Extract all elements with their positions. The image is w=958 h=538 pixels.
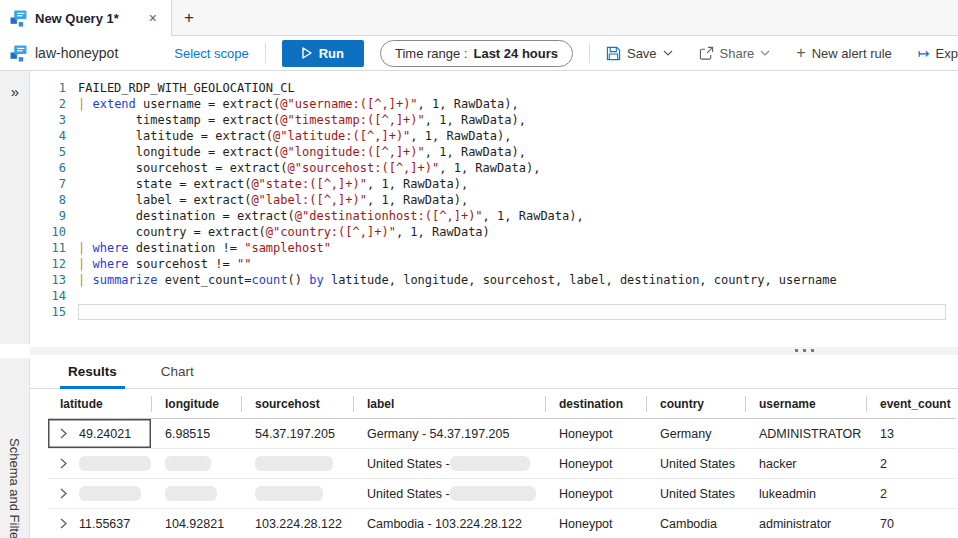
line-number: 14: [30, 288, 78, 304]
code-line[interactable]: 11| where destination != "samplehost": [30, 240, 958, 256]
code-line[interactable]: 3 timestamp = extract(@"timestamp:([^,]+…: [30, 112, 958, 128]
code-line[interactable]: 2| extend username = extract(@"username:…: [30, 96, 958, 112]
run-button[interactable]: Run: [282, 40, 364, 67]
redacted-value: [79, 456, 151, 471]
column-header-country[interactable]: country: [646, 389, 745, 418]
kql-query-editor[interactable]: 1FAILED_RDP_WITH_GEOLOCATION_CL2| extend…: [30, 71, 958, 344]
code-line[interactable]: 4 latitude = extract(@"latitude:([^,]+)"…: [30, 128, 958, 144]
expand-pane-button[interactable]: »: [0, 83, 30, 100]
column-header-event_count[interactable]: event_count: [866, 389, 956, 418]
table-row[interactable]: 11.55637104.92821103.224.28.122Cambodia …: [48, 509, 956, 538]
workspace-icon: [10, 45, 27, 62]
share-button[interactable]: Share: [699, 46, 771, 61]
column-header-longitude[interactable]: longitude: [151, 389, 241, 418]
export-button[interactable]: ↦ Exp: [918, 45, 958, 61]
cell-country: Cambodia: [646, 509, 745, 538]
line-number: 6: [30, 160, 78, 176]
code-text: state = extract(@"state:([^,]+)", 1, Raw…: [78, 176, 946, 192]
cell-latitude: [48, 449, 151, 478]
code-line[interactable]: 7 state = extract(@"state:([^,]+)", 1, R…: [30, 176, 958, 192]
expand-row-icon[interactable]: [60, 488, 67, 499]
close-icon[interactable]: ×: [145, 9, 161, 27]
code-line[interactable]: 9 destination = extract(@"destinationhos…: [30, 208, 958, 224]
cell-event_count: 13: [866, 419, 956, 448]
expand-row-icon[interactable]: [60, 518, 67, 529]
column-header-latitude[interactable]: latitude: [48, 389, 151, 418]
cell-event_count: 2: [866, 449, 956, 478]
save-icon: [606, 46, 621, 61]
schema-pane-collapsed-lower: Schema and Filter: [0, 358, 30, 538]
cell-label: United States -: [353, 449, 545, 478]
tab-chart[interactable]: Chart: [153, 364, 202, 388]
line-number: 15: [30, 304, 78, 320]
cell-destination: Honeypot: [545, 479, 646, 508]
log-analytics-icon: [10, 10, 27, 27]
cell-label: Cambodia - 103.224.28.122: [353, 509, 545, 538]
column-header-sourcehost[interactable]: sourcehost: [241, 389, 353, 418]
line-number: 11: [30, 240, 78, 256]
redacted-value: [165, 486, 217, 501]
new-tab-button[interactable]: +: [172, 0, 206, 35]
redacted-value: [79, 486, 141, 501]
code-line[interactable]: 14: [30, 288, 958, 304]
tab-results[interactable]: Results: [60, 364, 125, 388]
cell-label: Germany - 54.37.197.205: [353, 419, 545, 448]
table-row[interactable]: United States - HoneypotUnited Statesluk…: [48, 479, 956, 509]
cell-latitude: 11.55637: [48, 509, 151, 538]
redacted-value: [165, 456, 211, 471]
schema-and-filter-label[interactable]: Schema and Filter: [7, 438, 22, 538]
line-number: 9: [30, 208, 78, 224]
code-line[interactable]: 6 sourcehost = extract(@"sourcehost:([^,…: [30, 160, 958, 176]
code-text: latitude = extract(@"latitude:([^,]+)", …: [78, 128, 946, 144]
code-line[interactable]: 5 longitude = extract(@"longitude:([^,]+…: [30, 144, 958, 160]
time-range-picker[interactable]: Time range : Last 24 hours: [380, 40, 573, 67]
tab-new-query-1[interactable]: New Query 1* ×: [0, 0, 172, 36]
expand-row-icon[interactable]: [60, 428, 67, 439]
new-alert-rule-button[interactable]: + New alert rule: [796, 44, 892, 62]
column-header-label[interactable]: label: [353, 389, 545, 418]
cell-longitude: [151, 479, 241, 508]
column-header-destination[interactable]: destination: [545, 389, 646, 418]
drag-handle-icon: [795, 349, 814, 352]
line-number: 1: [30, 80, 78, 96]
expand-row-icon[interactable]: [60, 458, 67, 469]
code-line[interactable]: 13| summarize event_count=count() by lat…: [30, 272, 958, 288]
cell-sourcehost: [241, 449, 353, 478]
code-line[interactable]: 12| where sourcehost != "": [30, 256, 958, 272]
code-line[interactable]: 15: [30, 304, 958, 320]
plus-icon: +: [796, 44, 805, 62]
share-icon: [699, 46, 714, 61]
code-line[interactable]: 8 label = extract(@"label:([^,]+)", 1, R…: [30, 192, 958, 208]
cell-country: United States: [646, 479, 745, 508]
table-row[interactable]: 49.240216.9851554.37.197.205Germany - 54…: [48, 419, 956, 449]
plus-icon: +: [184, 8, 194, 28]
results-panel: ResultsChart latitudelongitudesourcehost…: [30, 358, 958, 538]
line-number: 4: [30, 128, 78, 144]
line-number: 5: [30, 144, 78, 160]
cell-event_count: 2: [866, 479, 956, 508]
cell-username: ADMINISTRATOR: [745, 419, 866, 448]
save-button[interactable]: Save: [606, 46, 673, 61]
cell-latitude: 49.24021: [48, 419, 151, 448]
code-line[interactable]: 10 country = extract(@"country:([^,]+)",…: [30, 224, 958, 240]
code-text: | where sourcehost != "": [78, 256, 946, 272]
workspace-name: law-honeypot: [35, 45, 118, 61]
code-text: longitude = extract(@"longitude:([^,]+)"…: [78, 144, 946, 160]
column-header-username[interactable]: username: [745, 389, 866, 418]
table-row[interactable]: United States - HoneypotUnited Stateshac…: [48, 449, 956, 479]
code-text: country = extract(@"country:([^,]+)", 1,…: [78, 224, 946, 240]
cell-longitude: [151, 449, 241, 478]
code-text: | where destination != "samplehost": [78, 240, 946, 256]
query-tab-bar: New Query 1* × +: [0, 0, 958, 36]
code-line[interactable]: 1FAILED_RDP_WITH_GEOLOCATION_CL: [30, 80, 958, 96]
code-text: label = extract(@"label:([^,]+)", 1, Raw…: [78, 192, 946, 208]
cell-label: United States -: [353, 479, 545, 508]
chevron-down-icon: [663, 50, 673, 56]
code-text: [78, 288, 946, 304]
line-number: 3: [30, 112, 78, 128]
cell-destination: Honeypot: [545, 419, 646, 448]
query-toolbar: law-honeypot Select scope Run Time range…: [0, 36, 958, 71]
splitter-handle[interactable]: [30, 347, 958, 355]
select-scope-link[interactable]: Select scope: [174, 46, 248, 61]
code-text: [78, 304, 946, 320]
